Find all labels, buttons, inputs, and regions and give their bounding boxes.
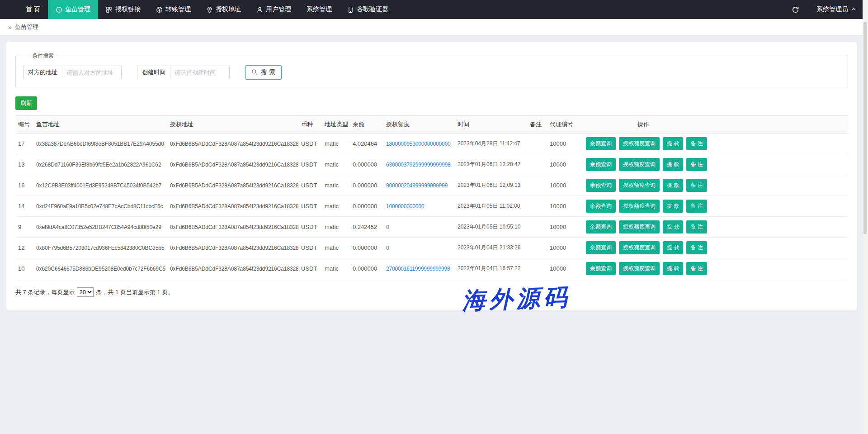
nav-item-system-management[interactable]: 系统管理 xyxy=(299,0,340,19)
column-header: 授权额度 xyxy=(383,116,455,134)
withdraw-button[interactable]: 提 款 xyxy=(663,158,683,171)
column-header: 代理编号 xyxy=(547,116,583,134)
cell-id: 9 xyxy=(15,217,33,238)
nav-item-user-management[interactable]: 用户管理 xyxy=(249,0,299,19)
withdraw-button[interactable]: 提 款 xyxy=(663,179,683,192)
nav-item-auth-link[interactable]: 授权链接 xyxy=(98,0,148,19)
pin-icon xyxy=(206,6,213,13)
breadcrumb-label: 鱼苗管理 xyxy=(15,23,38,31)
nav-item-transfer-management[interactable]: 转账管理 xyxy=(148,0,198,19)
quota-query-button[interactable]: 授权额度查询 xyxy=(619,137,660,150)
nav-item-google-authenticator[interactable]: 谷歌验证器 xyxy=(340,0,396,19)
cell-fry-address: 0x12C9B3E03ff4001Ed3E95248B7C45034f0B542… xyxy=(33,175,167,196)
balance-query-button[interactable]: 余额查询 xyxy=(586,241,616,254)
address-search-input[interactable] xyxy=(62,66,122,79)
remark-button[interactable]: 备 注 xyxy=(686,241,707,254)
search-icon xyxy=(251,69,258,76)
table-body: 170x38a387DeAB6beDf69f8eBF8051BB17E29A40… xyxy=(15,134,848,279)
user-name: 系统管理员 xyxy=(816,5,848,14)
quota-link[interactable]: 0 xyxy=(386,224,389,230)
created-time-input[interactable] xyxy=(170,66,230,79)
cell-currency: USDT xyxy=(298,238,322,258)
cell-time: 2023年01月05日 10:55:10 xyxy=(455,217,527,238)
cell-id: 12 xyxy=(15,238,33,258)
balance-query-button[interactable]: 余额查询 xyxy=(586,262,616,275)
withdraw-button[interactable]: 提 款 xyxy=(663,200,683,213)
remark-button[interactable]: 备 注 xyxy=(686,158,707,171)
withdraw-button[interactable]: 提 款 xyxy=(663,241,683,254)
search-button-label: 搜 索 xyxy=(261,68,275,76)
quota-link[interactable]: 0 xyxy=(386,245,389,251)
cell-agent-no: 10000 xyxy=(547,134,583,154)
cell-balance: 4.020464 xyxy=(350,134,383,154)
quota-query-button[interactable]: 授权额度查询 xyxy=(619,179,660,192)
search-button[interactable]: 搜 索 xyxy=(245,65,282,80)
search-panel-title: 条件搜索 xyxy=(29,52,57,60)
user-menu[interactable]: 系统管理员 xyxy=(816,5,856,14)
cell-currency: USDT xyxy=(298,217,322,238)
cell-id: 14 xyxy=(15,196,33,217)
remark-button[interactable]: 备 注 xyxy=(686,179,707,192)
quota-query-button[interactable]: 授权额度查询 xyxy=(619,241,660,254)
nav-item-auth-address[interactable]: 授权地址 xyxy=(198,0,249,19)
column-header: 操作 xyxy=(583,116,848,134)
quota-query-button[interactable]: 授权额度查询 xyxy=(619,200,660,213)
cell-auth-address: 0xFd6B6B5ADdCdF328A087a854f23dd9216Ca183… xyxy=(167,238,298,258)
nav-item-home[interactable]: 首 页 xyxy=(18,0,48,19)
pagination: 共 7 条记录，每页显示 20 条，共 1 页当前显示第 1 页。 xyxy=(15,287,848,297)
chevron-up-icon xyxy=(851,6,856,13)
quota-link[interactable]: 6300003792999999999998 xyxy=(386,162,450,168)
cell-address-type: matic xyxy=(322,258,350,279)
cell-time: 2023年01月06日 12:09:13 xyxy=(455,175,527,196)
scrollbar-thumb[interactable] xyxy=(863,22,867,234)
withdraw-button[interactable]: 提 款 xyxy=(663,262,683,275)
quota-link[interactable]: 900000204999999999999 xyxy=(386,182,448,189)
nav-item-fry-management[interactable]: 鱼苗管理 xyxy=(48,0,98,19)
balance-query-button[interactable]: 余额查询 xyxy=(586,200,616,213)
balance-query-button[interactable]: 余额查询 xyxy=(586,179,616,192)
cell-fry-address: 0xef9dA4ca8C07352e52BB247C854A94cd88f50e… xyxy=(33,217,167,238)
remark-button[interactable]: 备 注 xyxy=(686,200,707,213)
cell-id: 10 xyxy=(15,258,33,279)
nav-item-label: 转账管理 xyxy=(165,5,191,14)
table-row: 130x268Dd71160F36Ef3b69fd5Ee2a1b62822A96… xyxy=(15,154,848,175)
column-header: 余额 xyxy=(350,116,383,134)
quota-link[interactable]: 2700001611999999999998 xyxy=(386,266,450,272)
refresh-icon[interactable] xyxy=(792,6,799,14)
cell-remark xyxy=(527,175,547,196)
withdraw-button[interactable]: 提 款 xyxy=(663,137,683,150)
main-menu: 首 页鱼苗管理授权链接转账管理授权地址用户管理系统管理谷歌验证器 xyxy=(18,0,396,19)
nav-item-label: 鱼苗管理 xyxy=(65,5,90,14)
cell-actions: 余额查询授权额度查询提 款备 注 xyxy=(583,217,848,238)
phone-icon xyxy=(347,6,354,13)
balance-query-button[interactable]: 余额查询 xyxy=(586,220,616,234)
column-header: 地址类型 xyxy=(322,116,350,134)
cell-auth-address: 0xFd6B6B5ADdCdF328A087a854f23dd9216Ca183… xyxy=(167,217,298,238)
page-size-select[interactable]: 20 xyxy=(77,287,94,297)
cell-actions: 余额查询授权额度查询提 款备 注 xyxy=(583,196,848,217)
quota-query-button[interactable]: 授权额度查询 xyxy=(619,262,660,275)
quota-link[interactable]: 1000000000000 xyxy=(386,203,424,210)
quota-link[interactable]: 1800000953000000000000 xyxy=(386,141,450,147)
remark-button[interactable]: 备 注 xyxy=(686,262,707,275)
balance-query-button[interactable]: 余额查询 xyxy=(586,158,616,171)
cell-id: 17 xyxy=(15,134,33,154)
withdraw-button[interactable]: 提 款 xyxy=(663,220,683,234)
cell-balance: 0.000000 xyxy=(350,175,383,196)
refresh-button[interactable]: 刷新 xyxy=(15,96,37,110)
quota-query-button[interactable]: 授权额度查询 xyxy=(619,220,660,234)
cell-auth-address: 0xFd6B6B5ADdCdF328A087a854f23dd9216Ca183… xyxy=(167,134,298,154)
scrollbar[interactable] xyxy=(863,0,868,434)
nav-item-label: 授权链接 xyxy=(115,5,141,14)
table-header: 编号鱼苗地址授权地址币种地址类型余额授权额度时间备注代理编号操作 xyxy=(15,116,848,134)
cell-currency: USDT xyxy=(298,196,322,217)
cell-remark xyxy=(527,217,547,238)
cell-currency: USDT xyxy=(298,154,322,175)
remark-button[interactable]: 备 注 xyxy=(686,220,707,234)
nav-right: 系统管理员 xyxy=(792,5,856,14)
balance-query-button[interactable]: 余额查询 xyxy=(586,137,616,150)
cell-remark xyxy=(527,258,547,279)
cell-id: 16 xyxy=(15,175,33,196)
quota-query-button[interactable]: 授权额度查询 xyxy=(619,158,660,171)
remark-button[interactable]: 备 注 xyxy=(686,137,707,150)
